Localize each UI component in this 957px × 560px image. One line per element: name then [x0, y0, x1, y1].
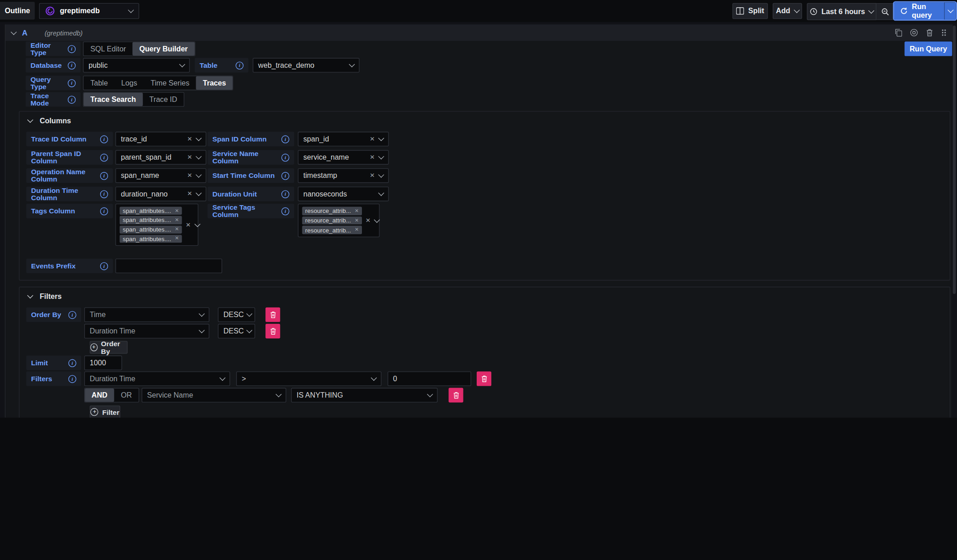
add-order-by-button[interactable]: Order By: [90, 341, 127, 353]
duration-unit-select[interactable]: nanoseconds: [298, 187, 389, 201]
logic-option-or[interactable]: OR: [114, 388, 139, 402]
info-icon[interactable]: [68, 79, 76, 87]
order-by-field-select[interactable]: Time: [84, 308, 209, 322]
query-row-header[interactable]: A (greptimedb): [5, 25, 953, 41]
remove-chip-icon[interactable]: [175, 208, 179, 213]
filter-value-input[interactable]: 0: [387, 371, 471, 386]
order-by-direction-select[interactable]: DESC: [218, 324, 255, 338]
datasource-picker[interactable]: greptimedb: [39, 3, 139, 19]
clear-icon[interactable]: [187, 191, 192, 197]
tag-chip[interactable]: span_attributes....: [120, 235, 182, 243]
trash-icon[interactable]: [926, 29, 933, 36]
add-button[interactable]: Add: [773, 3, 802, 19]
clear-icon[interactable]: [186, 222, 191, 227]
service-tag-chip[interactable]: resource_attrib...: [302, 207, 362, 215]
info-icon[interactable]: [100, 172, 108, 179]
columns-section-header[interactable]: Columns: [28, 116, 71, 125]
remove-chip-icon[interactable]: [355, 208, 359, 213]
info-icon[interactable]: [100, 135, 108, 143]
info-icon[interactable]: [68, 375, 76, 383]
parent-span-id-column-select[interactable]: parent_span_id: [115, 150, 206, 165]
remove-chip-icon[interactable]: [175, 236, 179, 241]
remove-chip-icon[interactable]: [175, 217, 179, 222]
scrollbar[interactable]: [953, 25, 956, 294]
clear-icon[interactable]: [370, 172, 375, 178]
service-tag-chip[interactable]: resource_attrib...: [302, 216, 362, 224]
panel-run-query-button[interactable]: Run Query: [905, 41, 952, 56]
filter-field-select[interactable]: Duration Time: [84, 371, 230, 386]
editor-type-option-builder[interactable]: Query Builder: [132, 42, 194, 55]
tag-chip[interactable]: span_attributes....: [120, 216, 182, 224]
filter-operator-select[interactable]: IS ANYTHING: [291, 388, 438, 403]
table-select[interactable]: web_trace_demo: [253, 58, 360, 72]
info-icon[interactable]: [281, 153, 289, 161]
clear-icon[interactable]: [370, 154, 375, 160]
info-icon[interactable]: [68, 61, 76, 69]
collapse-chevron-icon[interactable]: [11, 29, 17, 35]
trace-id-column-select[interactable]: trace_id: [115, 132, 206, 146]
info-icon[interactable]: [100, 153, 108, 161]
trace-mode-option-search[interactable]: Trace Search: [84, 93, 143, 106]
info-icon[interactable]: [281, 172, 289, 179]
tag-chip[interactable]: span_attributes....: [120, 225, 182, 233]
filter-operator-select[interactable]: >: [236, 371, 382, 386]
remove-filter-button[interactable]: [477, 371, 491, 386]
run-query-dropdown-button[interactable]: [945, 2, 956, 20]
database-select[interactable]: public: [83, 58, 190, 72]
drag-handle-icon[interactable]: [941, 29, 947, 36]
tags-column-multiselect[interactable]: span_attributes.... span_attributes.... …: [115, 204, 198, 246]
query-type-option-traces[interactable]: Traces: [196, 76, 233, 90]
time-range-button[interactable]: Last 6 hours: [807, 3, 876, 20]
service-name-column-select[interactable]: service_name: [298, 150, 389, 165]
info-icon[interactable]: [235, 61, 243, 69]
run-query-button[interactable]: Run query: [894, 2, 945, 20]
duplicate-icon[interactable]: [895, 29, 902, 36]
filter-field-select[interactable]: Service Name: [142, 388, 286, 403]
remove-chip-icon[interactable]: [175, 227, 179, 232]
info-icon[interactable]: [68, 96, 76, 103]
outline-tab[interactable]: Outline: [0, 2, 35, 20]
info-icon[interactable]: [68, 311, 76, 318]
start-time-column-select[interactable]: timestamp: [298, 168, 389, 183]
logic-option-and[interactable]: AND: [85, 388, 114, 402]
info-icon[interactable]: [100, 190, 108, 198]
clear-icon[interactable]: [370, 136, 375, 142]
filters-section-header[interactable]: Filters: [28, 292, 62, 301]
events-prefix-input[interactable]: [115, 258, 222, 273]
info-icon[interactable]: [100, 207, 108, 215]
query-type-option-table[interactable]: Table: [84, 76, 115, 90]
disable-query-icon[interactable]: [910, 29, 918, 36]
service-tags-column-multiselect[interactable]: resource_attrib... resource_attrib... re…: [298, 204, 380, 237]
info-icon[interactable]: [281, 190, 289, 198]
limit-input[interactable]: 1000: [84, 356, 122, 370]
trace-mode-option-id[interactable]: Trace ID: [143, 93, 184, 106]
info-icon[interactable]: [68, 359, 76, 367]
remove-chip-icon[interactable]: [355, 218, 359, 223]
split-button[interactable]: Split: [733, 3, 768, 19]
query-type-option-logs[interactable]: Logs: [115, 76, 144, 90]
remove-filter-button[interactable]: [448, 388, 463, 403]
order-by-field-select[interactable]: Duration Time: [84, 324, 209, 338]
add-filter-button[interactable]: Filter: [90, 405, 120, 418]
info-icon[interactable]: [68, 45, 76, 53]
clear-icon[interactable]: [187, 154, 192, 160]
order-by-direction-select[interactable]: DESC: [218, 308, 255, 322]
duration-time-column-select[interactable]: duration_nano: [115, 187, 206, 201]
info-icon[interactable]: [281, 135, 289, 143]
info-icon[interactable]: [281, 207, 289, 215]
span-id-column-select[interactable]: span_id: [298, 132, 389, 146]
editor-type-option-sql[interactable]: SQL Editor: [84, 42, 133, 55]
chevron-down-icon: [275, 391, 281, 397]
tag-chip[interactable]: span_attributes....: [120, 207, 182, 215]
service-tag-chip[interactable]: resource_attrib...: [302, 226, 362, 234]
zoom-out-button[interactable]: [876, 3, 894, 20]
remove-order-by-button[interactable]: [265, 308, 280, 322]
remove-chip-icon[interactable]: [355, 227, 359, 232]
clear-icon[interactable]: [366, 217, 371, 223]
clear-icon[interactable]: [187, 136, 192, 142]
operation-name-column-select[interactable]: span_name: [115, 168, 206, 183]
query-type-option-timeseries[interactable]: Time Series: [144, 76, 196, 90]
remove-order-by-button[interactable]: [265, 324, 280, 338]
clear-icon[interactable]: [187, 172, 192, 178]
info-icon[interactable]: [100, 262, 108, 270]
